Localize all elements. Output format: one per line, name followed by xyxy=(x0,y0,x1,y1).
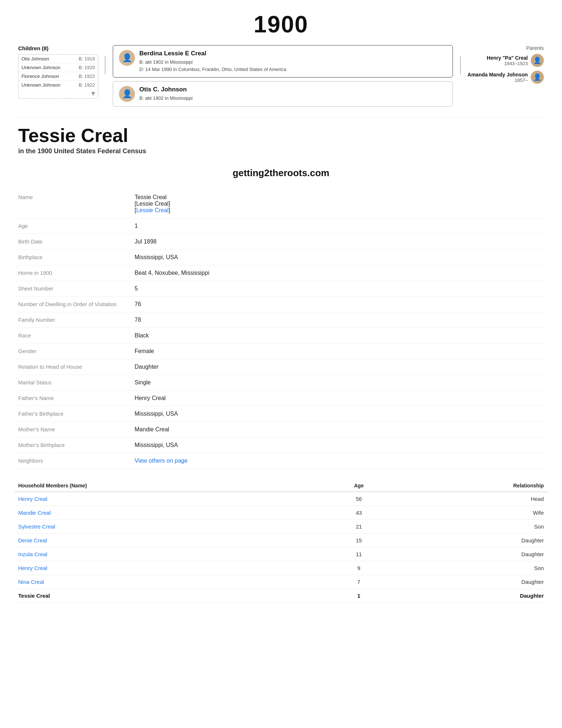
scroll-indicator: ▼ xyxy=(19,89,98,98)
detail-row: Home in 1900Beat 4, Noxubee, Mississippi xyxy=(15,265,547,281)
main-person-name: Berdina Lessie E Creal xyxy=(139,50,447,57)
detail-row: Mother's BirthplaceMississippi, USA xyxy=(15,438,547,453)
parents-panel-title: Parents xyxy=(467,45,544,51)
parents-panel: Parents Henry "Pa" Creal 1843–1923 👤 Ama… xyxy=(467,45,544,87)
child-name: Unknown Johnson xyxy=(21,82,60,88)
detail-value: Female xyxy=(131,344,547,359)
main-person-death: D: 14 Mar 1990 in Columbus, Franklin, Oh… xyxy=(139,66,447,73)
member-name-link[interactable]: Nina Creal xyxy=(18,579,44,585)
child-name: Unknown Johnson xyxy=(21,65,60,70)
detail-label: Mother's Name xyxy=(15,422,131,438)
child-name: Otis Johnson xyxy=(21,56,49,62)
detail-row: BirthplaceMississippi, USA xyxy=(15,250,547,265)
parent-name-2: Amanda Mandy Johnson xyxy=(467,72,528,78)
detail-label: Father's Name xyxy=(15,391,131,406)
member-name-link[interactable]: Henry Creal xyxy=(18,565,47,571)
member-age: 15 xyxy=(324,534,393,547)
parent-info-2: Amanda Mandy Johnson 1857– xyxy=(467,72,528,83)
detail-row: Father's NameHenry Creal xyxy=(15,391,547,406)
detail-value: Jul 1898 xyxy=(131,234,547,250)
related-person-birth: B: abt 1902 in Mississippi xyxy=(139,95,447,102)
member-age: 21 xyxy=(324,520,393,534)
table-row: Henry Creal56Head xyxy=(15,492,547,506)
member-name-link[interactable]: Henry Creal xyxy=(18,496,47,502)
detail-value: 5 xyxy=(131,281,547,297)
member-name-cell: Nina Creal xyxy=(15,575,324,589)
lessie-creal-link[interactable]: Lessie Creal xyxy=(136,207,168,213)
detail-row: Birth DateJul 1898 xyxy=(15,234,547,250)
center-cards: 👤 Berdina Lessie E Creal B: abt 1902 in … xyxy=(113,45,453,107)
detail-value: Mississippi, USA xyxy=(131,406,547,422)
detail-value: Mandie Creal xyxy=(131,422,547,438)
table-row: Tessie Creal1Daughter xyxy=(15,589,547,603)
child-row: Unknown JohnsonB: 1922 xyxy=(19,81,98,89)
main-title-section: Tessie Creal in the 1900 United States F… xyxy=(15,118,547,159)
member-name-link[interactable]: Mandie Creal xyxy=(18,510,51,516)
table-row: Nina Creal7Daughter xyxy=(15,575,547,589)
detail-label: Birth Date xyxy=(15,234,131,250)
child-row: Otis JohnsonB: 1919 xyxy=(19,55,98,63)
parent-entry-1: Henry "Pa" Creal 1843–1923 👤 xyxy=(467,54,544,67)
member-name-link[interactable]: Denie Creal xyxy=(18,537,47,543)
main-person-birth: B: abt 1902 in Mississippi xyxy=(139,59,447,66)
member-age: 11 xyxy=(324,547,393,561)
year-header: 1900 xyxy=(15,11,547,38)
member-age: 7 xyxy=(324,575,393,589)
detail-value: Single xyxy=(131,375,547,391)
member-name-link[interactable]: Inzula Creal xyxy=(18,551,47,557)
detail-label: Father's Birthplace xyxy=(15,406,131,422)
col-name-header: Household Members (Name) xyxy=(15,480,324,492)
detail-row: Sheet Number5 xyxy=(15,281,547,297)
detail-row: NeighborsView others on page xyxy=(15,453,547,469)
member-relationship: Daughter xyxy=(393,534,547,547)
main-person-avatar: 👤 xyxy=(119,50,135,66)
member-relationship: Daughter xyxy=(393,547,547,561)
detail-label: Relation to Head of House xyxy=(15,359,131,375)
member-age: 9 xyxy=(324,561,393,575)
children-panel-title: Children (8) xyxy=(18,45,98,51)
details-table: NameTessie Creal[Lessie Creal][Lessie Cr… xyxy=(15,190,547,469)
table-row: Sylvestre Creal21Son xyxy=(15,520,547,534)
main-person-info: Berdina Lessie E Creal B: abt 1902 in Mi… xyxy=(139,50,447,73)
member-name-cell: Mandie Creal xyxy=(15,506,324,520)
children-list: Otis JohnsonB: 1919Unknown JohnsonB: 192… xyxy=(18,54,98,99)
detail-value: 1 xyxy=(131,218,547,234)
census-subtitle: in the 1900 United States Federal Census xyxy=(18,147,544,155)
detail-value[interactable]: View others on page xyxy=(131,453,547,469)
detail-value: 78 xyxy=(131,312,547,328)
detail-value: Mississippi, USA xyxy=(131,438,547,453)
detail-label: Number of Dwelling in Order of Visitatio… xyxy=(15,297,131,312)
detail-row: Marital StatusSingle xyxy=(15,375,547,391)
table-row: Henry Creal9Son xyxy=(15,561,547,575)
col-age-header: Age xyxy=(324,480,393,492)
member-relationship: Son xyxy=(393,561,547,575)
member-age: 1 xyxy=(324,589,393,603)
child-row: Florence JohnsonB: 1922 xyxy=(19,72,98,81)
detail-row: GenderFemale xyxy=(15,344,547,359)
detail-row: Father's BirthplaceMississippi, USA xyxy=(15,406,547,422)
neighbors-link[interactable]: View others on page xyxy=(135,458,188,464)
detail-label: Family Number xyxy=(15,312,131,328)
detail-label: Birthplace xyxy=(15,250,131,265)
member-relationship: Daughter xyxy=(393,589,547,603)
member-name-cell: Tessie Creal xyxy=(15,589,324,603)
parent-avatar-2: 👤 xyxy=(531,71,544,84)
detail-label: Home in 1900 xyxy=(15,265,131,281)
detail-row: Mother's NameMandie Creal xyxy=(15,422,547,438)
member-name-link[interactable]: Sylvestre Creal xyxy=(18,523,55,530)
children-list-inner[interactable]: Otis JohnsonB: 1919Unknown JohnsonB: 192… xyxy=(19,55,98,89)
related-person-avatar: 👤 xyxy=(119,86,135,102)
detail-label: Race xyxy=(15,328,131,344)
parent-years-2: 1857– xyxy=(467,78,528,83)
detail-value: 76 xyxy=(131,297,547,312)
member-age: 43 xyxy=(324,506,393,520)
related-person-info: Otis C. Johnson B: abt 1902 in Mississip… xyxy=(139,86,447,102)
page-title: Tessie Creal xyxy=(18,125,544,146)
member-relationship: Head xyxy=(393,492,547,506)
child-birth: B: 1919 xyxy=(79,56,95,62)
detail-value: Daughter xyxy=(131,359,547,375)
detail-value: Henry Creal xyxy=(131,391,547,406)
member-name-cell: Inzula Creal xyxy=(15,547,324,561)
related-person-card: 👤 Otis C. Johnson B: abt 1902 in Mississ… xyxy=(113,81,453,107)
member-name-cell: Henry Creal xyxy=(15,492,324,506)
